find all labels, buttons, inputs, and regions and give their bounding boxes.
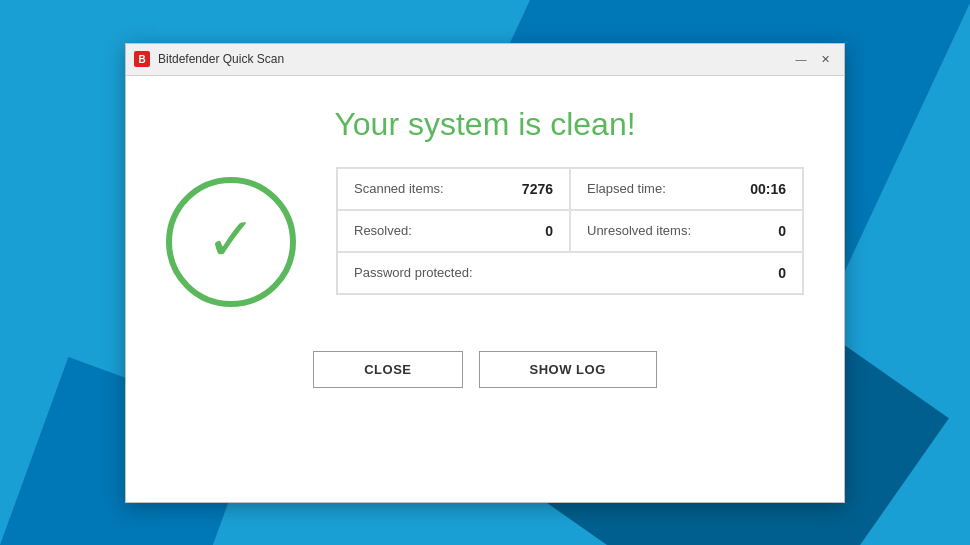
title-bar-left: B Bitdefender Quick Scan bbox=[134, 51, 284, 67]
stat-resolved-value: 0 bbox=[545, 223, 553, 239]
main-heading: Your system is clean! bbox=[334, 106, 635, 143]
title-bar: B Bitdefender Quick Scan — ✕ bbox=[126, 44, 844, 76]
close-button[interactable]: CLOSE bbox=[313, 351, 462, 388]
stat-unresolved-value: 0 bbox=[778, 223, 786, 239]
title-bar-controls: — ✕ bbox=[790, 48, 836, 70]
stats-grid: Scanned items: 7276 Elapsed time: 00:16 … bbox=[336, 167, 804, 295]
stat-elapsed-label: Elapsed time: bbox=[587, 181, 666, 196]
show-log-button[interactable]: SHOW LOG bbox=[479, 351, 657, 388]
window-content: Your system is clean! ✓ Scanned items: 7… bbox=[126, 76, 844, 502]
stat-scanned-label: Scanned items: bbox=[354, 181, 444, 196]
application-window: B Bitdefender Quick Scan — ✕ Your system… bbox=[125, 43, 845, 503]
stat-resolved: Resolved: 0 bbox=[337, 210, 570, 252]
minimize-button[interactable]: — bbox=[790, 48, 812, 70]
button-row: CLOSE SHOW LOG bbox=[313, 351, 657, 388]
stat-elapsed-time: Elapsed time: 00:16 bbox=[570, 168, 803, 210]
window-close-button[interactable]: ✕ bbox=[814, 48, 836, 70]
stat-unresolved-label: Unresolved items: bbox=[587, 223, 691, 238]
app-icon: B bbox=[134, 51, 150, 67]
stat-password-label: Password protected: bbox=[354, 265, 473, 280]
stat-scanned-value: 7276 bbox=[522, 181, 553, 197]
stat-scanned-items: Scanned items: 7276 bbox=[337, 168, 570, 210]
stat-password-protected: Password protected: 0 bbox=[337, 252, 803, 294]
stat-elapsed-value: 00:16 bbox=[750, 181, 786, 197]
success-circle: ✓ bbox=[166, 177, 296, 307]
checkmark-icon: ✓ bbox=[206, 210, 256, 270]
stat-resolved-label: Resolved: bbox=[354, 223, 412, 238]
stat-unresolved: Unresolved items: 0 bbox=[570, 210, 803, 252]
content-area: ✓ Scanned items: 7276 Elapsed time: 00:1… bbox=[166, 167, 804, 307]
stat-password-value: 0 bbox=[778, 265, 786, 281]
window-title: Bitdefender Quick Scan bbox=[158, 52, 284, 66]
